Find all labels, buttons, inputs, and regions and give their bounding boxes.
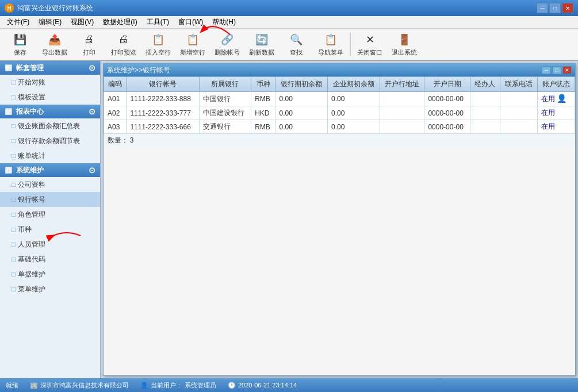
sidebar-item-currency[interactable]: □ 币种 xyxy=(0,222,100,237)
cell-address xyxy=(380,92,424,106)
col-header-date: 开户日期 xyxy=(424,77,470,92)
title-bar-left: H 鸿富兴企业银行对账系统 xyxy=(5,3,93,13)
menu-data[interactable]: 数据处理(I) xyxy=(98,16,141,28)
bill-stats-icon: □ xyxy=(12,152,16,160)
col-header-account: 银行帐号 xyxy=(127,77,199,92)
inner-close-button[interactable]: ✕ xyxy=(562,66,572,74)
sidebar-item-company-info[interactable]: □ 公司资料 xyxy=(0,177,100,192)
menu-view[interactable]: 视图(V) xyxy=(66,16,98,28)
personnel-icon: □ xyxy=(12,240,16,248)
app-icon: H xyxy=(5,3,14,13)
cell-status: 在用 xyxy=(537,120,575,134)
cell-bank-balance: 0.00 xyxy=(275,92,328,106)
table-row[interactable]: A01 1111-2222-333-888 中国银行 RMB 0.00 0.00… xyxy=(104,92,575,106)
col-header-status: 账户状态 xyxy=(537,77,575,92)
basic-code-icon: □ xyxy=(12,255,16,263)
template-settings-icon: □ xyxy=(12,93,16,101)
company-info-icon: □ xyxy=(12,180,16,189)
menu-maintenance-icon: □ xyxy=(12,285,16,293)
content-area: 系统维护>>银行帐号 ─ □ ✕ 编码 银行帐号 所属银行 币种 银行 xyxy=(101,61,578,378)
status-text-section: 就绪 xyxy=(6,381,18,390)
menu-edit[interactable]: 编辑(E) xyxy=(34,16,66,28)
cell-operator xyxy=(470,92,500,106)
sidebar-section-report-center[interactable]: ▦ 报表中心 ⊙ xyxy=(0,105,100,118)
status-badge: 在用 xyxy=(541,109,555,117)
cell-date: 0000-00-00 xyxy=(424,120,470,134)
toolbar-close-window[interactable]: ✕ 关闭窗口 xyxy=(353,30,386,59)
sidebar-section-system-maintenance[interactable]: ▦ 系统维护 ⊙ xyxy=(0,163,100,177)
col-header-address: 开户行地址 xyxy=(380,77,424,92)
cell-status: 在用 👤 xyxy=(537,92,575,106)
toolbar-save[interactable]: 💾 保存 xyxy=(3,30,37,59)
sidebar-item-bank-account[interactable]: □ 银行帐号 xyxy=(0,192,100,207)
company-section: 🏢 深圳市鸿富兴信息技术有限公司 xyxy=(30,381,129,390)
account-management-grid-icon: ▦ xyxy=(5,63,12,72)
cell-address xyxy=(380,120,424,134)
cell-company-balance: 0.00 xyxy=(328,120,380,134)
balance-summary-icon: □ xyxy=(12,122,16,130)
minimize-button[interactable]: ─ xyxy=(537,3,548,13)
datetime: 2020-06-21 23:14:14 xyxy=(238,382,297,389)
sidebar-item-balance-summary[interactable]: □ 银企账面余额汇总表 xyxy=(0,118,100,133)
print-icon: 🖨 xyxy=(81,32,97,47)
refresh-icon: 🔄 xyxy=(254,32,270,47)
company-icon: 🏢 xyxy=(30,382,38,389)
datetime-section: 🕐 2020-06-21 23:14:14 xyxy=(228,382,297,389)
maximize-button[interactable]: □ xyxy=(549,3,561,13)
bank-account-icon: □ xyxy=(12,195,16,203)
sidebar-item-document-maintenance[interactable]: □ 单据维护 xyxy=(0,267,100,282)
toolbar-add-row[interactable]: 📋 新增空行 xyxy=(176,30,209,59)
export-icon: 📤 xyxy=(47,32,63,47)
user-section: 👤 当前用户： 系统管理员 xyxy=(140,381,216,390)
menu-help[interactable]: 帮助(H) xyxy=(208,16,240,28)
toolbar-insert-row[interactable]: 📋 插入空行 xyxy=(141,30,175,59)
clock-icon: 🕐 xyxy=(228,382,236,389)
status-text: 就绪 xyxy=(6,381,18,390)
sidebar-item-personnel[interactable]: □ 人员管理 xyxy=(0,237,100,252)
toolbar-refresh[interactable]: 🔄 刷新数据 xyxy=(245,30,278,59)
inner-maximize-button[interactable]: □ xyxy=(552,66,561,74)
inner-window-title: 系统维护>>银行帐号 xyxy=(107,66,170,75)
menu-file[interactable]: 文件(F) xyxy=(2,16,34,28)
toolbar-nav-menu[interactable]: 📋 导航菜单 xyxy=(314,30,347,59)
menu-window[interactable]: 窗口(W) xyxy=(174,16,208,28)
cell-status: 在用 xyxy=(537,106,575,120)
toolbar: 💾 保存 📤 导出数据 🖨 打印 🖨 打印预览 📋 插入空行 📋 新增空行 🔗 … xyxy=(0,29,578,61)
cell-operator xyxy=(470,106,500,120)
sidebar-item-role-management[interactable]: □ 角色管理 xyxy=(0,207,100,222)
table-row[interactable]: A03 1111-2222-333-666 交通银行 RMB 0.00 0.00… xyxy=(104,120,575,134)
sidebar-item-bill-stats[interactable]: □ 账单统计 xyxy=(0,148,100,163)
table-row[interactable]: A02 1111-2222-333-777 中国建设银行 HKD 0.00 0.… xyxy=(104,106,575,120)
sidebar-item-balance-adjust[interactable]: □ 银行存款余额调节表 xyxy=(0,133,100,148)
close-button[interactable]: ✕ xyxy=(562,3,573,13)
toolbar-export[interactable]: 📤 导出数据 xyxy=(38,30,71,59)
sidebar-item-start-reconcile[interactable]: □ 开始对账 xyxy=(0,75,100,90)
sidebar-item-template-settings[interactable]: □ 模板设置 xyxy=(0,90,100,105)
toolbar-print[interactable]: 🖨 打印 xyxy=(72,30,106,59)
toolbar-print-preview[interactable]: 🖨 打印预览 xyxy=(107,30,140,59)
insert-row-icon: 📋 xyxy=(150,32,166,47)
inner-minimize-button[interactable]: ─ xyxy=(542,66,551,74)
count-cell: 数量： 3 xyxy=(104,134,575,148)
toolbar-exit[interactable]: 🚪 退出系统 xyxy=(388,30,421,59)
company-name: 深圳市鸿富兴信息技术有限公司 xyxy=(40,381,129,390)
cell-code: A02 xyxy=(104,106,127,120)
cell-bank: 交通银行 xyxy=(199,120,251,134)
toolbar-search[interactable]: 🔍 查找 xyxy=(280,30,313,59)
system-maintenance-grid-icon: ▦ xyxy=(5,165,12,174)
cell-code: A03 xyxy=(104,120,127,134)
toolbar-separator xyxy=(350,33,351,56)
inner-title-bar: 系统维护>>银行帐号 ─ □ ✕ xyxy=(104,64,575,76)
sidebar-item-basic-code[interactable]: □ 基础代码 xyxy=(0,252,100,267)
bank-account-table: 编码 银行帐号 所属银行 币种 银行期初余额 企业期初余额 开户行地址 开户日期… xyxy=(104,76,575,147)
toolbar-delete-account[interactable]: 🔗 删除帐号 xyxy=(210,30,244,59)
cell-company-balance: 0.00 xyxy=(328,92,380,106)
row-edit-icon: 👤 xyxy=(557,94,566,103)
report-center-grid-icon: ▦ xyxy=(5,106,12,116)
sidebar-item-menu-maintenance[interactable]: □ 菜单维护 xyxy=(0,282,100,297)
print-preview-icon: 🖨 xyxy=(116,32,132,47)
col-header-operator: 经办人 xyxy=(470,77,500,92)
menu-tools[interactable]: 工具(T) xyxy=(142,16,174,28)
sidebar-section-account-management[interactable]: ▦ 帐套管理 ⊙ xyxy=(0,61,100,75)
cell-currency: RMB xyxy=(251,92,275,106)
